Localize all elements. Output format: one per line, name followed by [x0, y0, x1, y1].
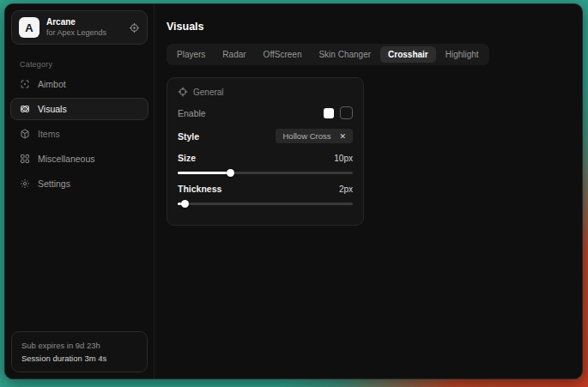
app-title: Arcane — [46, 17, 106, 28]
style-label: Style — [178, 131, 199, 142]
color-swatch[interactable] — [324, 108, 334, 118]
enable-row: Enable — [178, 106, 353, 119]
tab-radar[interactable]: Radar — [215, 46, 253, 63]
app-header-card: A Arcane for Apex Legends — [11, 10, 148, 45]
page-title: Visuals — [167, 21, 570, 33]
main-content: Visuals Players Radar OffScreen Skin Cha… — [155, 4, 582, 378]
misc-grid-icon — [20, 154, 30, 164]
category-label: Category — [20, 60, 154, 69]
tab-highlight[interactable]: Highlight — [438, 46, 487, 63]
enable-checkbox[interactable] — [340, 106, 353, 119]
slider-thumb[interactable] — [227, 169, 234, 177]
sidebar-item-miscellaneous[interactable]: Miscellaneous — [10, 148, 149, 170]
thickness-slider[interactable] — [178, 199, 353, 208]
style-value: Hollow Cross — [282, 131, 330, 141]
app-window: A Arcane for Apex Legends Category — [4, 3, 583, 379]
tab-players[interactable]: Players — [169, 46, 213, 63]
slider-fill — [178, 172, 230, 174]
general-panel: General Enable Style Hollow Cross ✕ Size — [167, 77, 364, 226]
style-row: Style Hollow Cross ✕ — [178, 129, 353, 143]
sidebar-item-label: Miscellaneous — [38, 154, 95, 164]
tab-offscreen[interactable]: OffScreen — [256, 46, 310, 63]
sidebar-nav: Aimbot Visuals — [5, 73, 154, 195]
subscription-info-card: Sub expires in 9d 23h Session duration 3… — [11, 331, 148, 372]
sidebar-item-label: Aimbot — [38, 79, 66, 89]
sidebar-item-label: Items — [38, 129, 60, 139]
tab-crosshair[interactable]: Crosshair — [380, 46, 436, 63]
sidebar-item-aimbot[interactable]: Aimbot — [10, 73, 149, 95]
enable-label: Enable — [178, 108, 206, 118]
thickness-value: 2px — [339, 184, 353, 194]
size-label: Size — [178, 153, 196, 163]
size-value: 10px — [334, 154, 353, 163]
gear-icon — [20, 178, 30, 189]
aimbot-crosshair-icon — [20, 79, 30, 89]
sidebar-item-items[interactable]: Items — [10, 123, 149, 145]
app-header-text: Arcane for Apex Legends — [46, 17, 106, 38]
clear-icon[interactable]: ✕ — [339, 132, 346, 141]
size-setting: Size 10px — [178, 153, 353, 177]
thickness-row: Thickness 2px — [178, 184, 353, 194]
visuals-eye-icon — [20, 104, 30, 114]
tab-skin-changer[interactable]: Skin Changer — [311, 46, 379, 63]
sidebar-item-settings[interactable]: Settings — [10, 172, 149, 195]
thickness-setting: Thickness 2px — [178, 184, 353, 208]
visuals-tabbar: Players Radar OffScreen Skin Changer Cro… — [167, 44, 489, 65]
slider-thumb[interactable] — [181, 200, 189, 208]
panel-title: General — [193, 88, 224, 97]
items-package-icon — [20, 129, 30, 139]
sub-expiry-text: Sub expires in 9d 23h — [21, 339, 137, 352]
slider-track — [178, 203, 353, 205]
thickness-label: Thickness — [178, 184, 221, 194]
size-slider[interactable] — [178, 168, 353, 177]
app-logo: A — [19, 17, 39, 38]
session-duration-text: Session duration 3m 4s — [21, 352, 137, 365]
target-icon[interactable] — [129, 22, 140, 33]
app-subtitle: for Apex Legends — [46, 28, 106, 38]
sidebar-item-label: Settings — [38, 178, 70, 189]
size-row: Size 10px — [178, 153, 353, 163]
crosshair-icon — [178, 87, 188, 97]
sidebar-item-visuals[interactable]: Visuals — [10, 98, 149, 120]
style-select[interactable]: Hollow Cross ✕ — [276, 129, 353, 143]
enable-controls — [324, 106, 353, 119]
panel-header: General — [178, 87, 353, 97]
sidebar-item-label: Visuals — [38, 104, 67, 114]
sidebar: A Arcane for Apex Legends Category — [5, 4, 155, 378]
